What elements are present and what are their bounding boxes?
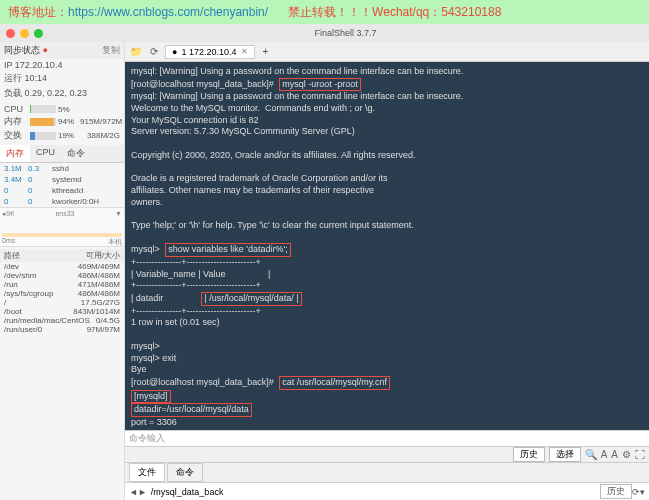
fs-row: /dev469M/469M: [0, 262, 124, 271]
tab-commands[interactable]: 命令: [167, 463, 203, 482]
fs-row: /run/media/mac/CentOS0/4.5G: [0, 316, 124, 325]
refresh-icon[interactable]: ⟳: [632, 487, 640, 497]
window-titlebar: FinalShell 3.7.7: [0, 24, 649, 42]
maximize-icon[interactable]: [34, 29, 43, 38]
hl-datadir-line: datadir=/usr/local/mysql/data: [131, 403, 252, 417]
fs-row: /sys/fs/cgroup486M/486M: [0, 289, 124, 298]
session-tab[interactable]: ●1 172.20.10.4✕: [165, 45, 255, 59]
cpu-meter: CPU5%: [4, 104, 120, 114]
mem-meter: 内存94%915M/972M: [4, 115, 120, 128]
fs-row: /run/user/097M/97M: [0, 325, 124, 334]
terminal[interactable]: mysql: [Warning] Using a password on the…: [125, 62, 649, 430]
net-chart: ●9Kens33▼ 0ms本机: [0, 207, 124, 247]
blog-url-label: 博客地址：https://www.cnblogs.com/chenyanbin/: [8, 4, 268, 21]
proc-row: 00kworker/0:0H: [0, 196, 124, 207]
fs-row: /dev/shm486M/486M: [0, 271, 124, 280]
status-bar: 历史 选择 🔍 A A ⚙ ⛶: [125, 446, 649, 462]
ip-row: IP 172.20.10.4: [0, 59, 124, 71]
hl-cat-cmd: cat /usr/local/mysql/my.cnf: [279, 376, 390, 390]
hl-cmd-mysql: mysql -uroot -proot: [279, 78, 361, 92]
sync-icon[interactable]: ⟳: [147, 45, 161, 59]
back-icon[interactable]: ◄: [129, 487, 138, 497]
bottom-tabs: 文件 命令: [125, 462, 649, 482]
filesystem-section: 路径可用/大小 /dev469M/469M /dev/shm486M/486M …: [0, 249, 124, 334]
process-tabs[interactable]: 内存 CPU 命令: [0, 145, 124, 163]
sync-status: 同步状态: [4, 45, 40, 55]
tab-cpu[interactable]: CPU: [30, 145, 61, 162]
fwd-icon[interactable]: ►: [138, 487, 147, 497]
swap-meter: 交换19%388M/2G: [4, 129, 120, 142]
select-button[interactable]: 选择: [549, 447, 581, 462]
hl-datadir-val: | /usr/local/mysql/data/ |: [201, 292, 301, 306]
close-tab-icon[interactable]: ✕: [241, 47, 248, 56]
hl-mysqld: [mysqld]: [131, 390, 171, 404]
load-row: 负载 0.29, 0.22, 0.23: [0, 86, 124, 101]
history-button[interactable]: 历史: [513, 447, 545, 462]
proc-row: 00kthreadd: [0, 185, 124, 196]
copy-link[interactable]: 复制: [102, 44, 120, 57]
font-plus-icon[interactable]: A: [611, 449, 618, 460]
more-icon[interactable]: ▾: [640, 487, 645, 497]
proc-row: 3.4M0systemd: [0, 174, 124, 185]
close-icon[interactable]: [6, 29, 15, 38]
font-minus-icon[interactable]: A: [601, 449, 608, 460]
sidebar: 同步状态 ● 复制 IP 172.20.10.4 运行 10:14 负载 0.2…: [0, 42, 125, 500]
tab-files[interactable]: 文件: [129, 463, 165, 482]
path-bar: ◄ ► 历史 ⟳ ▾: [125, 482, 649, 500]
fs-row: /17.5G/27G: [0, 298, 124, 307]
fs-row: /boot843M/1014M: [0, 307, 124, 316]
minimize-icon[interactable]: [20, 29, 29, 38]
tab-mem[interactable]: 内存: [0, 145, 30, 162]
search-icon[interactable]: 🔍: [585, 449, 597, 460]
tab-cmd[interactable]: 命令: [61, 145, 91, 162]
proc-row: 3.1M0.3sshd: [0, 163, 124, 174]
window-title: FinalShell 3.7.7: [48, 28, 643, 38]
hl-show-vars: show variables like 'datadir%';: [165, 243, 291, 257]
path-history-button[interactable]: 历史: [600, 484, 632, 499]
gear-icon[interactable]: ⚙: [622, 449, 631, 460]
fullscreen-icon[interactable]: ⛶: [635, 449, 645, 460]
command-input[interactable]: 命令输入: [129, 432, 165, 445]
runtime-row: 运行 10:14: [0, 71, 124, 86]
toolbar: 📁 ⟳ ●1 172.20.10.4✕ +: [125, 42, 649, 62]
banner-warning: 禁止转载！！！Wechat/qq：543210188: [288, 4, 501, 21]
path-input[interactable]: [151, 487, 596, 497]
folder-icon[interactable]: 📁: [129, 45, 143, 59]
add-tab-icon[interactable]: +: [259, 45, 273, 59]
fs-row: /run471M/486M: [0, 280, 124, 289]
blog-banner: 博客地址：https://www.cnblogs.com/chenyanbin/…: [0, 0, 649, 24]
blog-url[interactable]: https://www.cnblogs.com/chenyanbin/: [68, 5, 268, 19]
